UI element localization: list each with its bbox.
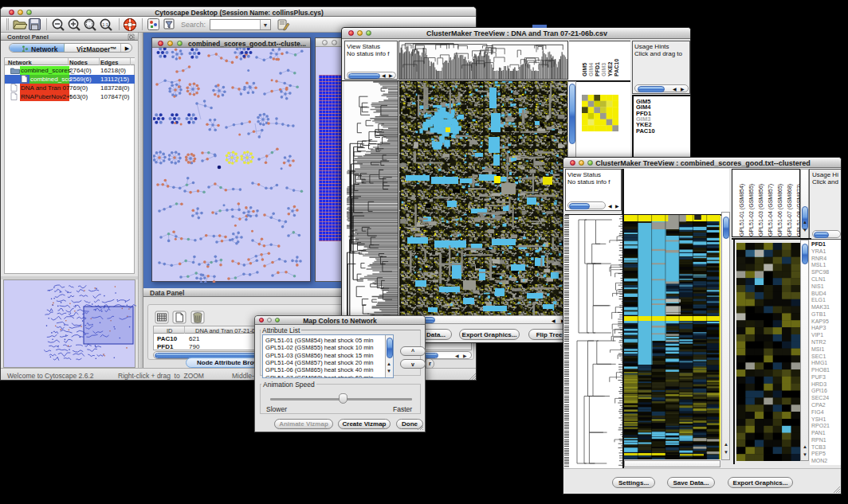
svg-text:1:1: 1:1 — [102, 22, 108, 27]
